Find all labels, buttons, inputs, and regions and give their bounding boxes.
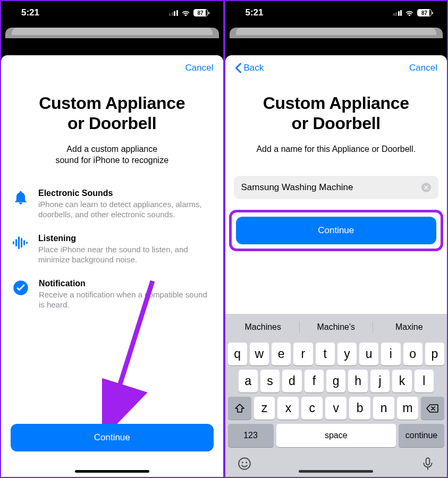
numbers-key[interactable]: 123 [228, 424, 274, 447]
chevron-left-icon [235, 63, 242, 73]
dictation-icon[interactable] [421, 457, 435, 471]
cancel-button[interactable]: Cancel [185, 63, 214, 73]
key-j[interactable]: j [370, 370, 390, 392]
key-f[interactable]: f [305, 370, 324, 392]
continue-button[interactable]: Continue [11, 424, 214, 451]
modal-sheet: Back Cancel Custom Applianceor Doorbell … [225, 55, 447, 477]
left-screenshot: 5:21 87 Cancel Custom Applianceor Doorbe… [0, 0, 224, 478]
page-title: Custom Applianceor Doorbell [1, 93, 223, 134]
key-t[interactable]: t [316, 343, 335, 365]
emoji-icon[interactable] [238, 457, 251, 471]
checkmark-circle-icon [13, 279, 29, 296]
svg-point-10 [246, 462, 247, 463]
space-key[interactable]: space [276, 424, 396, 447]
x-icon [424, 185, 428, 190]
shift-icon [234, 404, 245, 413]
cancel-button[interactable]: Cancel [409, 63, 437, 73]
key-r[interactable]: r [293, 343, 312, 365]
key-n[interactable]: n [373, 397, 394, 420]
annotation-highlight: Continue [229, 210, 444, 251]
key-c[interactable]: c [301, 397, 323, 420]
backspace-icon [426, 404, 439, 413]
svg-rect-0 [13, 241, 14, 244]
back-button[interactable]: Back [235, 63, 264, 73]
modal-sheet: Cancel Custom Applianceor Doorbell Add a… [1, 55, 223, 477]
key-y[interactable]: y [337, 343, 357, 365]
key-s[interactable]: s [260, 370, 280, 392]
home-indicator[interactable] [75, 470, 149, 473]
keyboard: Machines Machine's Maxine q w e r t y u … [225, 314, 447, 477]
status-time: 5:21 [246, 7, 264, 18]
key-x[interactable]: x [277, 397, 299, 420]
backspace-key[interactable] [421, 397, 444, 420]
feature-listening: Listening Place iPhone near the sound to… [13, 234, 212, 265]
continue-button[interactable]: Continue [236, 217, 437, 244]
shift-key[interactable] [228, 397, 251, 420]
status-time: 5:21 [21, 7, 39, 18]
key-l[interactable]: l [415, 370, 434, 392]
key-e[interactable]: e [272, 343, 291, 365]
svg-rect-11 [426, 458, 430, 465]
key-d[interactable]: d [282, 370, 301, 392]
waveform-icon [13, 234, 29, 251]
key-v[interactable]: v [325, 397, 346, 420]
keyboard-row-4: 123 space continue [227, 424, 446, 447]
key-u[interactable]: u [359, 343, 378, 365]
sheet-stack-bg [5, 28, 219, 38]
key-i[interactable]: i [381, 343, 400, 365]
cellular-icon [393, 10, 402, 16]
right-screenshot: 5:21 87 Back Cancel Custom Applianceor D… [224, 0, 449, 478]
key-o[interactable]: o [403, 343, 422, 365]
key-a[interactable]: a [239, 370, 258, 392]
return-key[interactable]: continue [399, 424, 444, 447]
name-input-value: Samsung Washing Machine [241, 182, 353, 193]
battery-icon: 87 [417, 9, 433, 16]
key-g[interactable]: g [326, 370, 345, 392]
feature-electronic-sounds: Electronic Sounds iPhone can learn to de… [13, 189, 212, 220]
key-h[interactable]: h [348, 370, 367, 392]
key-k[interactable]: k [392, 370, 411, 392]
svg-point-9 [241, 462, 243, 463]
nav-bar: Cancel [1, 55, 223, 73]
suggestion[interactable]: Machines [227, 316, 300, 338]
key-q[interactable]: q [228, 343, 247, 365]
page-subtitle: Add a custom appliancesound for iPhone t… [1, 143, 223, 166]
suggestion[interactable]: Maxine [373, 316, 446, 338]
keyboard-row-2: a s d f g h j k l [227, 370, 446, 392]
key-w[interactable]: w [250, 343, 269, 365]
page-subtitle: Add a name for this Appliance or Doorbel… [225, 143, 447, 155]
battery-icon: 87 [193, 9, 209, 16]
svg-rect-1 [15, 239, 17, 246]
keyboard-row-3: z x c v b n m [227, 397, 446, 420]
page-title: Custom Applianceor Doorbell [225, 93, 447, 134]
svg-rect-3 [21, 238, 22, 247]
svg-rect-5 [26, 242, 28, 244]
key-m[interactable]: m [397, 397, 418, 420]
sheet-stack-bg [230, 28, 443, 38]
suggestion[interactable]: Machine's [300, 316, 373, 338]
wifi-icon [405, 10, 414, 16]
key-z[interactable]: z [254, 397, 275, 420]
home-indicator[interactable] [299, 470, 373, 473]
status-bar: 5:21 87 [1, 1, 223, 24]
name-input[interactable]: Samsung Washing Machine [234, 176, 439, 199]
key-p[interactable]: p [425, 343, 444, 365]
clear-input-button[interactable] [421, 183, 431, 192]
status-bar: 5:21 87 [225, 1, 447, 24]
cellular-icon [169, 10, 178, 16]
suggestion-bar: Machines Machine's Maxine [227, 316, 446, 338]
key-b[interactable]: b [349, 397, 370, 420]
nav-bar: Back Cancel [225, 55, 447, 73]
wifi-icon [181, 10, 190, 16]
feature-notification: Notification Receive a notification when… [13, 279, 212, 310]
svg-rect-4 [23, 240, 25, 245]
keyboard-row-1: q w e r t y u i o p [227, 343, 446, 365]
svg-point-8 [239, 458, 250, 470]
feature-list: Electronic Sounds iPhone can learn to de… [1, 189, 223, 310]
svg-rect-2 [18, 236, 20, 249]
bell-icon [13, 189, 29, 206]
